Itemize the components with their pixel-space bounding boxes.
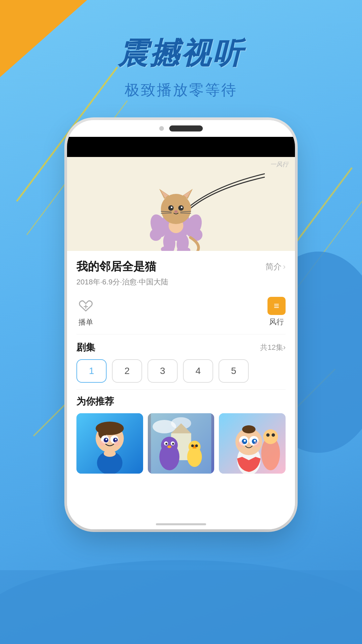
svg-point-28 (181, 207, 183, 208)
phone-content-area: 我的邻居全是猫 简介 › 2018年·6.9分·治愈·中国大陆 (67, 251, 295, 519)
svg-line-31 (161, 213, 172, 213)
svg-line-33 (180, 213, 191, 213)
episode-item-4[interactable]: 4 (183, 359, 213, 383)
svg-point-71 (266, 433, 270, 437)
episode-item-2[interactable]: 2 (112, 359, 142, 383)
rec-card-1-image (76, 413, 143, 474)
recommendation-item-2[interactable] (148, 413, 215, 474)
phone-speaker (169, 125, 203, 131)
show-description-link[interactable]: 简介 › (265, 261, 286, 272)
playlist-icon (76, 297, 95, 315)
svg-point-25 (168, 205, 174, 211)
svg-point-20 (161, 194, 191, 224)
phone-bottom-bar (67, 519, 295, 529)
platform-button[interactable]: ≡ 风行 (267, 297, 286, 327)
svg-point-26 (178, 205, 184, 211)
fengxing-icon: ≡ (267, 297, 286, 315)
svg-point-66 (191, 444, 194, 447)
svg-point-79 (244, 440, 246, 442)
svg-point-57 (161, 437, 178, 453)
hero-title: 震撼视听 (118, 34, 244, 73)
recommendation-item-1[interactable] (76, 413, 143, 474)
episodes-more-link[interactable]: 共12集 › (260, 342, 286, 353)
video-player[interactable]: 一风行 (67, 137, 295, 251)
recommendations-title: 为你推荐 (76, 395, 286, 408)
svg-point-70 (263, 429, 278, 444)
episodes-list: 1 2 3 4 5 (67, 359, 295, 389)
phone-home-indicator (156, 523, 206, 525)
playlist-label: 播单 (78, 317, 93, 327)
svg-point-60 (165, 443, 167, 445)
video-letterbox-top (67, 137, 295, 157)
episode-item-5[interactable]: 5 (219, 359, 249, 383)
recommendation-item-3[interactable] (219, 413, 286, 474)
svg-point-47 (114, 441, 120, 446)
svg-point-16 (150, 229, 162, 241)
phone-top-bar (67, 120, 295, 137)
video-watermark: 一风行 (270, 160, 288, 168)
episode-item-1[interactable]: 1 (76, 359, 107, 383)
svg-point-67 (195, 444, 198, 447)
action-buttons-row: 播单 ≡ 风行 (67, 292, 295, 334)
svg-point-29 (174, 210, 178, 213)
recommendations-section: 为你推荐 (67, 390, 295, 474)
show-title: 我的邻居全是猫 (76, 259, 156, 274)
phone-mockup: 一风行 (67, 120, 295, 529)
svg-point-80 (254, 440, 256, 442)
svg-point-61 (172, 443, 174, 445)
anime-character-scene (97, 157, 265, 251)
svg-point-72 (272, 433, 275, 437)
episodes-section-header: 剧集 共12集 › (67, 334, 295, 359)
svg-point-27 (171, 207, 173, 208)
main-content: 震撼视听 极致播放零等待 一风行 (0, 0, 362, 644)
rec-card-3-image (219, 413, 286, 474)
playlist-button[interactable]: 播单 (76, 297, 95, 327)
episodes-title: 剧集 (76, 341, 95, 354)
recommendations-list (76, 413, 286, 474)
episode-item-3[interactable]: 3 (147, 359, 178, 383)
svg-point-45 (115, 439, 117, 440)
svg-point-81 (242, 425, 256, 433)
hero-subtitle: 极致播放零等待 (125, 80, 237, 100)
svg-point-82 (238, 441, 244, 447)
svg-point-49 (104, 450, 116, 457)
svg-point-62 (167, 445, 171, 448)
phone-camera (159, 126, 164, 131)
show-title-row: 我的邻居全是猫 简介 › (67, 251, 295, 277)
rec-card-2-image (148, 413, 215, 474)
svg-point-44 (106, 439, 107, 440)
chevron-right-icon: › (283, 343, 286, 352)
svg-point-46 (100, 441, 105, 446)
svg-point-83 (254, 441, 260, 447)
chevron-right-icon: › (283, 262, 286, 271)
platform-label: 风行 (269, 317, 284, 327)
show-meta: 2018年·6.9分·治愈·中国大陆 (67, 277, 295, 292)
